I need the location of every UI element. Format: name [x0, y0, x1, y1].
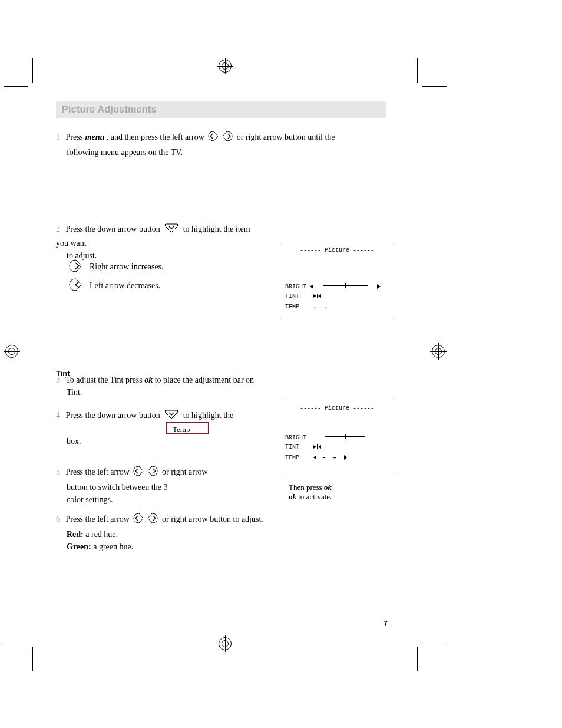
- step-number: 6: [56, 515, 60, 523]
- step-text: or right arrow: [162, 467, 208, 476]
- step-text: button to switch between the 3: [67, 483, 167, 492]
- osd-bright-label: BRIGHT: [285, 434, 306, 441]
- osd-bright-label: BRIGHT: [285, 284, 306, 290]
- green-text: a green hue.: [93, 542, 133, 551]
- step-number: 3: [56, 375, 60, 384]
- step-text: to place the adjustment bar on: [155, 375, 254, 384]
- left-right-arrow-icons: [207, 130, 233, 146]
- osd-temp-label: TEMP: [285, 304, 310, 310]
- section-heading-text: Picture Adjustments: [56, 104, 157, 114]
- osd-picture-menu-2: ------ Picture ------ BRIGHT TINT TEMP –…: [280, 400, 394, 475]
- registration-mark-left: [4, 343, 20, 360]
- step-text: Press the left arrow: [66, 515, 130, 523]
- step-text: color settings.: [67, 495, 113, 504]
- left-arrow-large-icon: [68, 277, 86, 295]
- step-number: 1: [56, 133, 60, 141]
- red-label: Red:: [67, 530, 84, 539]
- triangle-left-icon: [310, 284, 313, 289]
- triangle-left-icon: [313, 455, 316, 460]
- temp-label-in-redbox: Temp: [173, 423, 190, 436]
- step-text: , and then press the left arrow: [107, 133, 204, 141]
- osd-tint-label: TINT: [285, 444, 310, 450]
- page-number: 7: [384, 620, 388, 628]
- triangle-right-icon: [344, 455, 347, 460]
- step-text: Tint.: [67, 388, 82, 397]
- step-number: 4: [56, 411, 60, 420]
- step-number: 2: [56, 225, 60, 233]
- triangle-right-icon: [377, 284, 381, 289]
- green-label: Green:: [67, 542, 91, 551]
- step-text: To adjust the Tint press: [65, 375, 142, 384]
- pinch-icon: [313, 444, 321, 450]
- step-number: 5: [56, 467, 60, 476]
- step-text: to highlight the: [183, 411, 234, 420]
- osd-slider: [317, 282, 373, 288]
- step-text: Press the down arrow button: [66, 411, 160, 420]
- ok-keyword: ok: [144, 375, 153, 384]
- step-1: 1 Press menu , and then press the left a…: [56, 130, 386, 159]
- left-right-arrow-icons: [133, 465, 158, 481]
- step-2: 2 Press the down arrow button to highlig…: [56, 223, 262, 262]
- registration-mark-top: [217, 58, 233, 74]
- step-text: Press: [66, 133, 84, 141]
- step-text: or right arrow: [162, 515, 208, 523]
- dashes: – –: [313, 304, 329, 310]
- step-5: 5 Press the left arrow or right arrow bu…: [56, 465, 268, 506]
- step-text: following menu appears on the TV.: [67, 148, 183, 157]
- left-right-arrow-icons: [133, 512, 158, 528]
- step-text: Press the down arrow button: [66, 225, 160, 233]
- step-text: box.: [67, 437, 81, 446]
- menu-keyword: menu: [85, 133, 105, 141]
- dashes: – –: [322, 454, 338, 461]
- right-arrow-label: Right arrow increases.: [90, 261, 164, 273]
- registration-mark-bottom: [217, 635, 233, 652]
- step-6: 6 Press the left arrow or right arrow bu…: [56, 512, 386, 553]
- down-arrow-icon: [163, 223, 180, 237]
- left-arrow-label: Left arrow decreases.: [90, 279, 160, 292]
- right-arrow-large-icon: [68, 258, 86, 276]
- step-text: or right arrow button until the: [237, 133, 335, 141]
- osd-temp-label: TEMP: [285, 454, 310, 461]
- step-text: Press the left arrow: [66, 467, 130, 476]
- osd-title: ------ Picture ------: [285, 405, 389, 411]
- osd-title: ------ Picture ------: [285, 247, 389, 253]
- step-3: 3 To adjust the Tint press ok to place t…: [56, 374, 386, 398]
- step-4: 4 Press the down arrow button to highlig…: [56, 409, 262, 423]
- step5-ok-activate: ok to activate.: [289, 490, 332, 503]
- osd-tint-label: TINT: [285, 293, 310, 299]
- pinch-icon: [313, 293, 321, 299]
- section-heading: Picture Adjustments: [56, 101, 386, 118]
- red-text: a red hue.: [85, 530, 118, 539]
- down-arrow-icon: [163, 409, 180, 423]
- osd-slider: [319, 433, 371, 439]
- step-text: button to adjust.: [210, 515, 263, 523]
- osd-picture-menu-1: ------ Picture ------ BRIGHT TINT TEMP –…: [280, 242, 394, 317]
- registration-mark-right: [430, 343, 447, 360]
